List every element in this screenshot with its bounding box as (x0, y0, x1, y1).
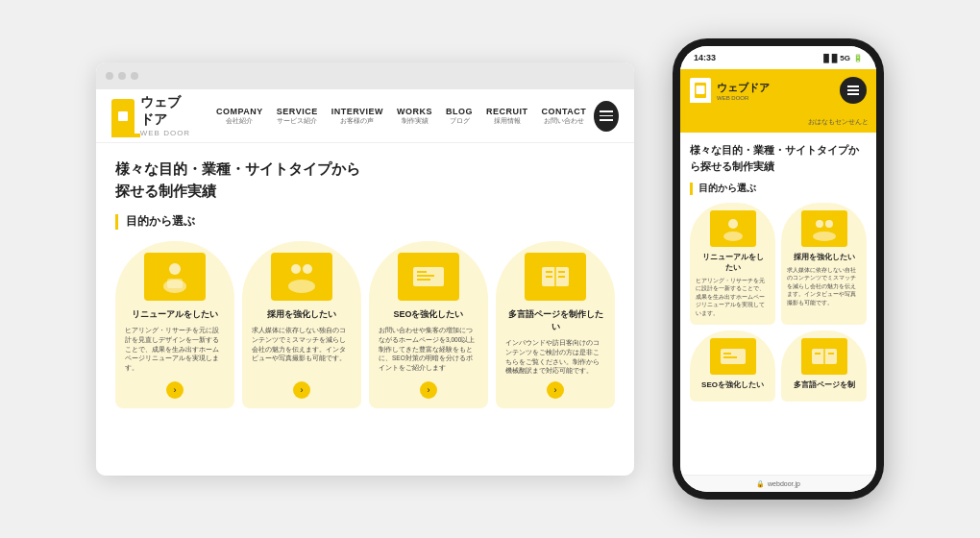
card-recruitment-desc: 求人媒体に依存しない独自のコンテンツでミスマッチを減らし会社の魅力を伝えます。イ… (252, 326, 352, 376)
desktop-main-content: 様々な目的・業種・サイトタイプから 探せる制作実績 目的から選ぶ リ (96, 143, 634, 476)
nav-item-recruit[interactable]: RECRUIT 採用情報 (486, 107, 528, 126)
phone-logo-icon (690, 78, 711, 103)
svg-point-3 (169, 263, 181, 275)
card-recruitment-title: 採用を強化したい (267, 308, 336, 321)
svg-point-8 (303, 264, 312, 274)
card-seo-illust (398, 253, 459, 301)
logo-english: WEB DOOR (140, 129, 193, 137)
phone-hamburger-button[interactable] (840, 77, 867, 104)
card-recruitment[interactable]: 採用を強化したい 求人媒体に依存しない独自のコンテンツでミスマッチを減らし会社の… (242, 241, 361, 408)
phone-card-renewal[interactable]: リニューアルをし たい ヒアリング・リサーチを元に設計を一新することで、成果を生… (690, 203, 775, 325)
hamburger-line-3 (600, 119, 613, 121)
phone-status-right: ▐▌█ 5G 🔋 (821, 54, 863, 62)
phone-logo-japanese: ウェブドア (717, 81, 834, 95)
svg-rect-20 (546, 276, 552, 278)
phone-card-seo-illust (710, 338, 756, 375)
svg-rect-33 (723, 353, 731, 355)
svg-rect-12 (417, 271, 427, 273)
browser-dot-yellow (118, 72, 126, 80)
phone-card-recruitment-desc: 求人媒体に依存しない自社のコンテンツでミスマッチを減らし会社の魅力を伝えます。イ… (787, 266, 861, 306)
card-multilingual-desc: インバウンドや訪日客向けのコンテンツをご検討の方は是非こちらをご覧ください。制作… (505, 338, 605, 376)
card-multilingual-arrow[interactable]: › (547, 381, 564, 399)
phone-battery-icon: 🔋 (853, 54, 863, 62)
card-renewal-desc: ヒアリング・リサーチを元に設計を見直しデザインを一新することで、成果を生み出すホ… (125, 326, 225, 376)
phone-card-recruitment-illust (801, 210, 847, 247)
desktop-page-content: ウェブドア WEB DOOR COMPANY 会社紹介 SERVICE サービス… (96, 89, 634, 476)
svg-rect-1 (118, 111, 128, 121)
nav-item-blog[interactable]: BLOG ブログ (446, 107, 473, 126)
svg-rect-19 (558, 271, 565, 273)
desktop-hamburger-button[interactable] (594, 101, 619, 132)
hamburger-line-1 (600, 110, 613, 112)
card-multilingual[interactable]: 多言語ページを制作したい インバウンドや訪日客向けのコンテンツをご検討の方は是非… (496, 241, 615, 408)
phone-card-multilingual[interactable]: 多言語ページを制 (781, 330, 867, 402)
card-renewal[interactable]: リニューアルをしたい ヒアリング・リサーチを元に設計を見直しデザインを一新するこ… (115, 241, 234, 408)
svg-rect-34 (723, 356, 737, 358)
phone-card-seo[interactable]: SEOを強化したい (690, 330, 775, 402)
phone-hamburger-line-2 (847, 89, 859, 91)
card-seo-title: SEOを強化したい (393, 308, 463, 321)
browser-chrome-bar (96, 62, 634, 89)
phone-time: 14:33 (694, 53, 716, 62)
svg-rect-23 (697, 86, 705, 94)
phone-page-title: 様々な目的・業種・サイトタイプから探せる制作実績 (690, 142, 867, 174)
phone-card-recruitment[interactable]: 採用を強化したい 求人媒体に依存しない自社のコンテンツでミスマッチを減らし会社の… (781, 203, 867, 325)
card-seo-desc: お問い合わせや集客の増加につながるホームページを3,000以上制作してきた豊富な… (379, 326, 478, 376)
phone-logo-english: WEB DOOR (717, 95, 834, 101)
phone-main-content: 様々な目的・業種・サイトタイプから探せる制作実績 目的から選ぶ リニューアルをし… (680, 133, 876, 475)
phone-hamburger-line-3 (847, 93, 859, 95)
phone-nav: ウェブドア WEB DOOR (680, 69, 876, 111)
svg-point-25 (728, 219, 738, 229)
mobile-phone-mockup: 14:33 ▐▌█ 5G 🔋 ウェブドア WEB DOOR (673, 38, 884, 500)
svg-rect-21 (558, 276, 565, 278)
phone-card-recruitment-title: 採用を強化したい (794, 252, 855, 262)
phone-section-heading-accent (690, 183, 693, 195)
browser-dot-green (131, 72, 138, 80)
section-heading: 目的から選ぶ (115, 213, 615, 230)
phone-section-heading: 目的から選ぶ (690, 182, 867, 195)
card-multilingual-title: 多言語ページを制作したい (505, 308, 605, 333)
desktop-logo[interactable]: ウェブドア WEB DOOR (111, 94, 193, 137)
nav-item-contact[interactable]: CONTACT お問い合わせ (542, 107, 587, 126)
section-heading-label: 目的から選ぶ (126, 213, 195, 230)
svg-point-29 (825, 220, 833, 228)
section-heading-accent (115, 214, 118, 230)
svg-point-28 (816, 220, 823, 228)
phone-card-seo-title: SEOを強化したい (701, 379, 764, 390)
phone-card-multilingual-illust (801, 338, 847, 375)
nav-item-works[interactable]: WORKS 制作実績 (397, 107, 432, 126)
desktop-nav: ウェブドア WEB DOOR COMPANY 会社紹介 SERVICE サービス… (96, 89, 634, 143)
phone-logo-text: ウェブドア WEB DOOR (717, 81, 834, 101)
desktop-browser-mockup: ウェブドア WEB DOOR COMPANY 会社紹介 SERVICE サービス… (96, 62, 634, 476)
svg-rect-38 (815, 353, 821, 355)
card-seo[interactable]: SEOを強化したい お問い合わせや集客の増加につながるホームページを3,000以… (369, 241, 488, 408)
logo-text: ウェブドア WEB DOOR (140, 94, 193, 137)
logo-japanese: ウェブドア (140, 94, 193, 129)
card-multilingual-illust (525, 253, 586, 301)
phone-url-text: webdoor.jp (768, 480, 800, 487)
phone-network: 5G (840, 54, 850, 62)
svg-rect-13 (417, 275, 434, 277)
phone-screen: 14:33 ▐▌█ 5G 🔋 ウェブドア WEB DOOR (680, 46, 876, 492)
phone-signal-bars: ▐▌█ (821, 54, 837, 62)
card-renewal-title: リニューアルをしたい (132, 308, 218, 321)
page-title: 様々な目的・業種・サイトタイプから 探せる制作実績 (115, 159, 615, 202)
nav-item-service[interactable]: SERVICE サービス紹介 (277, 107, 318, 126)
lock-icon: 🔒 (756, 480, 765, 488)
desktop-nav-links: COMPANY 会社紹介 SERVICE サービス紹介 INTERVIEW お客… (216, 107, 586, 126)
card-renewal-arrow[interactable]: › (166, 381, 184, 399)
svg-rect-39 (828, 353, 834, 355)
svg-rect-5 (167, 279, 183, 288)
logo-icon (111, 99, 135, 134)
nav-item-company[interactable]: COMPANY 会社紹介 (216, 107, 263, 126)
phone-status-bar: 14:33 ▐▌█ 5G 🔋 (680, 46, 876, 69)
phone-section-heading-label: 目的から選ぶ (698, 182, 756, 195)
card-recruitment-arrow[interactable]: › (293, 381, 310, 399)
phone-card-renewal-desc: ヒアリング・リサーチを元に設計を一新することで、成果を生み出すホームページリニュ… (696, 277, 770, 317)
svg-rect-14 (417, 279, 430, 281)
phone-hamburger-line-1 (847, 86, 859, 87)
browser-dot-red (106, 72, 113, 80)
card-seo-arrow[interactable]: › (420, 381, 437, 399)
nav-item-interview[interactable]: INTERVIEW お客様の声 (331, 107, 383, 126)
phone-cards-grid: リニューアルをし たい ヒアリング・リサーチを元に設計を一新することで、成果を生… (690, 203, 867, 402)
